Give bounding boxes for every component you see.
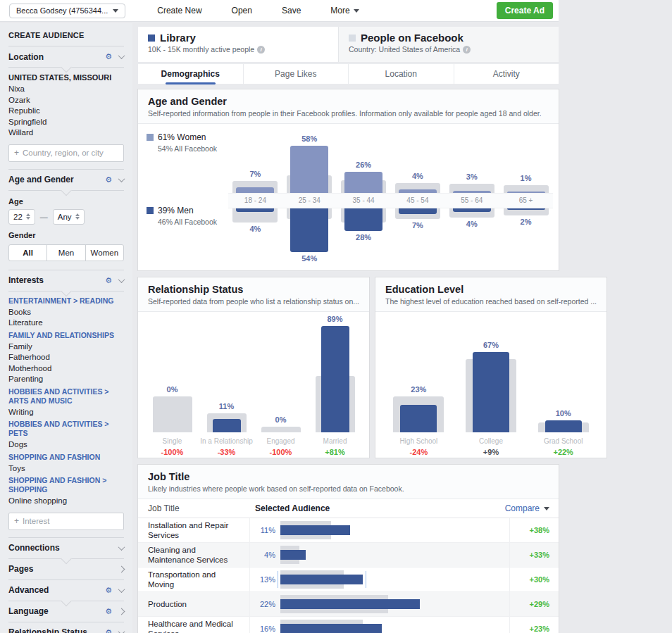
divider	[8, 579, 124, 580]
top-menu-open[interactable]: Open	[217, 6, 267, 15]
people-on-facebook-panel[interactable]: People on Facebook Country: United State…	[338, 27, 559, 62]
age-max-select[interactable]: Any	[53, 209, 85, 225]
interest-item[interactable]: Online shopping	[8, 496, 124, 507]
chevron-right-icon[interactable]	[118, 565, 125, 572]
top-menu-create-new[interactable]: Create New	[142, 6, 216, 15]
gender-option-all[interactable]: All	[9, 245, 46, 261]
interest-category[interactable]: FAMILY AND RELATIONSHIPS	[8, 331, 124, 340]
percent-label: 0%	[254, 415, 308, 424]
category-label: Grad School	[527, 437, 599, 445]
table-row[interactable]: Production22%+29%	[138, 592, 559, 617]
age-min-select[interactable]: 22	[8, 209, 35, 225]
interest-item[interactable]: Family	[8, 341, 124, 353]
interest-input[interactable]: + Interest	[8, 513, 124, 530]
education-title: Education Level	[385, 284, 597, 295]
gear-icon[interactable]: ⚙	[105, 608, 112, 615]
relationship-chart-column: 0%Single-100%	[145, 312, 199, 458]
interest-item[interactable]: Motherhood	[8, 363, 124, 375]
interest-item[interactable]: Literature	[8, 318, 124, 329]
top-menu-save[interactable]: Save	[267, 6, 316, 15]
men-swatch	[147, 207, 154, 214]
location-city[interactable]: Nixa	[8, 84, 124, 95]
job-bars	[280, 521, 501, 539]
gender-option-women[interactable]: Women	[85, 245, 123, 261]
chevron-down-icon[interactable]	[118, 544, 125, 551]
chevron-down-icon[interactable]	[118, 175, 125, 182]
tab-activity[interactable]: Activity	[454, 64, 559, 84]
interest-category[interactable]: HOBBIES AND ACTIVITIES > PETS	[8, 420, 124, 438]
interest-item[interactable]: Books	[8, 307, 124, 318]
table-row[interactable]: Cleaning and Maintenance Services4%+33%	[138, 543, 559, 568]
tab-page-likes[interactable]: Page Likes	[243, 64, 349, 84]
men-percent-label: 4%	[444, 220, 499, 228]
gender-option-men[interactable]: Men	[46, 245, 85, 261]
tab-demographics[interactable]: Demographics	[138, 64, 243, 84]
table-row[interactable]: Transportation and Moving13%+30%	[138, 568, 559, 592]
women-bar	[290, 146, 328, 193]
compare-value: +22%	[527, 448, 599, 456]
library-audience-panel[interactable]: Library 10K - 15K monthly active people …	[138, 27, 338, 62]
age-group-column: 7%4%18 - 24	[228, 130, 282, 268]
location-city[interactable]: Willard	[8, 127, 124, 139]
create-ad-button[interactable]: Create Ad	[497, 2, 553, 19]
compare-dropdown[interactable]: Compare	[509, 503, 559, 513]
location-city[interactable]: Ozark	[8, 95, 124, 106]
gear-icon[interactable]: ⚙	[105, 587, 112, 594]
table-row[interactable]: Healthcare and Medical Services16%+23%	[138, 617, 559, 633]
selected-audience-bar	[280, 624, 382, 633]
selected-audience-bar	[321, 326, 349, 432]
chevron-down-icon[interactable]	[118, 628, 125, 633]
compare-value: -33%	[199, 448, 254, 456]
education-chart-column: 23%High School-24%	[382, 312, 455, 458]
legend-women-main: 61% Women	[147, 132, 217, 142]
info-icon[interactable]: i	[463, 46, 471, 54]
interest-item[interactable]: Parenting	[8, 374, 124, 385]
men-percent-label: 7%	[391, 221, 445, 230]
library-legend-swatch	[148, 35, 155, 42]
interest-item[interactable]: Dogs	[8, 439, 124, 451]
divider	[8, 537, 124, 538]
job-title-cell: Production	[138, 592, 249, 616]
chevron-down-icon[interactable]	[118, 52, 125, 59]
section-icons: ⚙	[105, 53, 124, 61]
relationship-chart-column: 11%In a Relationship-33%	[199, 312, 254, 458]
tab-location[interactable]: Location	[348, 64, 454, 84]
top-menu-more[interactable]: More	[316, 6, 373, 15]
men-bar	[453, 208, 491, 212]
men-bar	[507, 208, 545, 210]
education-chart: 23%High School-24%67%College+9%10%Grad S…	[382, 312, 599, 458]
section-icons: ⚙	[105, 587, 124, 594]
gear-icon[interactable]: ⚙	[105, 629, 112, 633]
chevron-down-icon[interactable]	[118, 276, 125, 283]
gear-icon[interactable]: ⚙	[105, 277, 112, 284]
interest-item[interactable]: Writing	[8, 407, 124, 418]
selection-marker	[278, 571, 278, 588]
interest-category[interactable]: HOBBIES AND ACTIVITIES > ARTS AND MUSIC	[8, 387, 124, 406]
library-title: Library	[160, 32, 196, 44]
location-city[interactable]: Republic	[8, 106, 124, 117]
gear-icon[interactable]: ⚙	[105, 176, 112, 184]
interest-item[interactable]: Toys	[8, 463, 124, 475]
interest-list: ENTERTAINMENT > READINGBooksLiteratureFA…	[8, 292, 124, 507]
interest-category[interactable]: ENTERTAINMENT > READING	[8, 296, 124, 306]
divider	[8, 601, 124, 601]
interest-item[interactable]: Fatherhood	[8, 352, 124, 363]
interest-category[interactable]: SHOPPING AND FASHION > SHOPPING	[8, 476, 124, 494]
chevron-right-icon[interactable]	[118, 608, 125, 615]
interest-category[interactable]: SHOPPING AND FASHION	[8, 453, 124, 462]
location-city[interactable]: Springfield	[8, 117, 124, 128]
library-subtitle-row: 10K - 15K monthly active people i	[148, 45, 338, 54]
women-swatch	[147, 134, 154, 141]
relationship-title: Relationship Status	[148, 284, 359, 295]
gear-icon[interactable]: ⚙	[105, 53, 112, 61]
sidebar-section-relationship-status[interactable]: Relationship Status⚙	[8, 622, 124, 633]
chevron-down-icon[interactable]	[118, 586, 125, 593]
audience-selector-dropdown[interactable]: Becca Godsey (4756344...	[9, 4, 125, 18]
insights-tabs: DemographicsPage LikesLocationActivity	[138, 63, 559, 84]
section-icons: ⚙	[105, 608, 124, 615]
men-bar	[399, 208, 437, 214]
info-icon[interactable]: i	[257, 46, 265, 54]
job-title-title: Job Title	[148, 471, 549, 482]
table-row[interactable]: Installation and Repair Services11%+38%	[138, 518, 559, 543]
location-input[interactable]: + Country, region, or city	[8, 144, 124, 162]
